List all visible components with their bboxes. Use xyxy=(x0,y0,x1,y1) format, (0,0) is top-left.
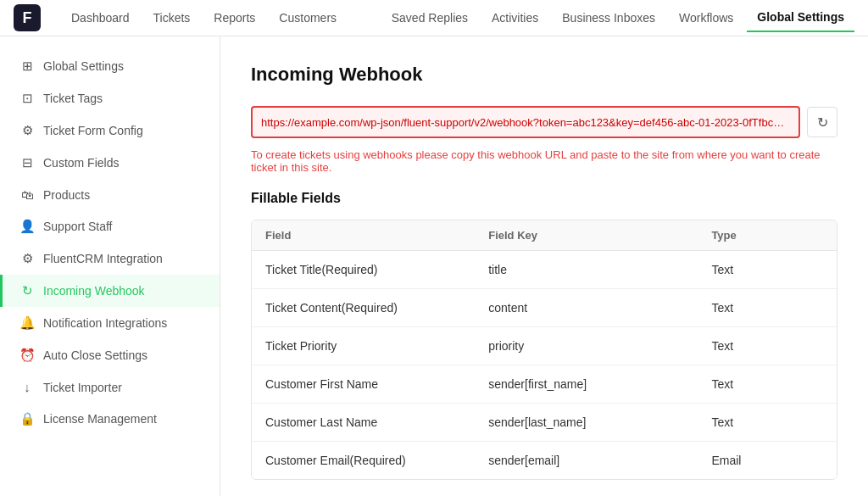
nav-global-settings[interactable]: Global Settings xyxy=(747,3,854,32)
refresh-icon: ↻ xyxy=(817,114,828,131)
global-settings-icon: ⊞ xyxy=(19,59,35,74)
row-type: Text xyxy=(711,415,823,429)
fillable-fields-title: Fillable Fields xyxy=(251,191,837,206)
custom-fields-icon: ⊟ xyxy=(19,155,35,170)
refresh-webhook-button[interactable]: ↻ xyxy=(807,107,837,137)
sidebar: ⊞ Global Settings ⊡ Ticket Tags ⚙ Ticket… xyxy=(0,36,220,496)
nav-dashboard[interactable]: Dashboard xyxy=(61,4,140,31)
table-row: Ticket Title(Required) title Text xyxy=(252,251,837,289)
row-type: Text xyxy=(711,377,823,391)
nav-business-inboxes[interactable]: Business Inboxes xyxy=(552,4,665,31)
row-field-key: sender[last_name] xyxy=(488,415,711,429)
sidebar-item-fluentcrm[interactable]: ⚙ FluentCRM Integration xyxy=(0,242,220,275)
fluentcrm-icon: ⚙ xyxy=(19,251,35,266)
sidebar-item-ticket-tags[interactable]: ⊡ Ticket Tags xyxy=(0,82,220,114)
row-field: Ticket Content(Required) xyxy=(265,301,488,315)
sidebar-item-auto-close[interactable]: ⏰ Auto Close Settings xyxy=(0,339,220,371)
ticket-form-icon: ⚙ xyxy=(19,123,35,138)
table-row: Ticket Content(Required) content Text xyxy=(252,289,837,327)
sidebar-item-label: Ticket Form Config xyxy=(43,124,143,137)
page-layout: ⊞ Global Settings ⊡ Ticket Tags ⚙ Ticket… xyxy=(0,36,868,496)
row-field-key: priority xyxy=(488,339,711,353)
notification-icon: 🔔 xyxy=(19,315,35,331)
row-type: Text xyxy=(711,263,823,276)
sidebar-item-label: Products xyxy=(43,188,90,202)
nav-customers[interactable]: Customers xyxy=(269,4,347,31)
sidebar-item-label: Ticket Importer xyxy=(43,381,122,394)
sidebar-item-label: Notification Integrations xyxy=(43,316,167,330)
table-header: Field Field Key Type xyxy=(252,220,837,251)
sidebar-item-custom-fields[interactable]: ⊟ Custom Fields xyxy=(0,147,220,179)
sidebar-item-ticket-form-config[interactable]: ⚙ Ticket Form Config xyxy=(0,114,220,147)
row-field: Customer First Name xyxy=(265,377,488,391)
row-field-key: title xyxy=(488,263,711,276)
row-type: Text xyxy=(711,301,823,315)
ticket-importer-icon: ↓ xyxy=(19,380,35,394)
fields-table: Field Field Key Type Ticket Title(Requir… xyxy=(251,220,837,480)
sidebar-item-license-management[interactable]: 🔒 License Management xyxy=(0,403,220,435)
sidebar-item-label: License Management xyxy=(43,412,157,426)
table-row: Ticket Priority priority Text xyxy=(252,327,837,365)
support-staff-icon: 👤 xyxy=(19,219,35,234)
nav-saved-replies[interactable]: Saved Replies xyxy=(381,4,478,31)
webhook-hint: To create tickets using webhooks please … xyxy=(251,148,837,174)
webhook-url-input[interactable] xyxy=(251,106,800,138)
incoming-webhook-icon: ↻ xyxy=(19,283,35,298)
row-field: Customer Last Name xyxy=(265,415,488,429)
products-icon: 🛍 xyxy=(19,187,35,202)
license-icon: 🔒 xyxy=(19,411,35,426)
ticket-tags-icon: ⊡ xyxy=(19,91,35,106)
table-row: Customer Email(Required) sender[email] E… xyxy=(252,442,837,479)
sidebar-item-label: Global Settings xyxy=(43,59,124,73)
sidebar-item-label: FluentCRM Integration xyxy=(43,252,163,265)
sidebar-item-label: Incoming Webhook xyxy=(43,284,145,298)
logo-text: F xyxy=(23,9,32,27)
topnav-links: Dashboard Tickets Reports Customers xyxy=(61,4,381,31)
row-field: Ticket Priority xyxy=(265,339,488,353)
nav-tickets[interactable]: Tickets xyxy=(143,4,201,31)
sidebar-item-label: Ticket Tags xyxy=(43,92,103,105)
topnav: F Dashboard Tickets Reports Customers Sa… xyxy=(0,0,868,36)
sidebar-item-products[interactable]: 🛍 Products xyxy=(0,179,220,210)
page-title: Incoming Webhook xyxy=(251,64,837,86)
sidebar-item-incoming-webhook[interactable]: ↻ Incoming Webhook xyxy=(0,275,220,307)
col-field: Field xyxy=(265,229,488,242)
sidebar-item-support-staff[interactable]: 👤 Support Staff xyxy=(0,210,220,242)
sidebar-item-label: Custom Fields xyxy=(43,156,119,170)
row-type: Text xyxy=(711,339,823,353)
col-type: Type xyxy=(711,229,823,242)
sidebar-item-ticket-importer[interactable]: ↓ Ticket Importer xyxy=(0,371,220,403)
nav-activities[interactable]: Activities xyxy=(481,4,548,31)
app-logo[interactable]: F xyxy=(14,4,41,31)
row-field-key: sender[first_name] xyxy=(488,377,711,391)
auto-close-icon: ⏰ xyxy=(19,348,35,363)
webhook-url-row: ↻ xyxy=(251,106,837,138)
topnav-right: Saved Replies Activities Business Inboxe… xyxy=(381,3,854,32)
row-field: Ticket Title(Required) xyxy=(265,263,488,276)
sidebar-item-global-settings[interactable]: ⊞ Global Settings xyxy=(0,50,220,82)
table-row: Customer First Name sender[first_name] T… xyxy=(252,365,837,404)
sidebar-item-notification-integrations[interactable]: 🔔 Notification Integrations xyxy=(0,307,220,339)
row-field-key: sender[email] xyxy=(488,454,711,467)
sidebar-item-label: Support Staff xyxy=(43,220,112,233)
main-content: Incoming Webhook ↻ To create tickets usi… xyxy=(220,36,868,496)
row-type: Email xyxy=(711,454,823,467)
sidebar-item-label: Auto Close Settings xyxy=(43,348,147,362)
row-field-key: content xyxy=(488,301,711,315)
table-row: Customer Last Name sender[last_name] Tex… xyxy=(252,404,837,442)
row-field: Customer Email(Required) xyxy=(265,454,488,467)
nav-reports[interactable]: Reports xyxy=(203,4,265,31)
nav-workflows[interactable]: Workflows xyxy=(669,4,743,31)
col-field-key: Field Key xyxy=(488,229,711,242)
